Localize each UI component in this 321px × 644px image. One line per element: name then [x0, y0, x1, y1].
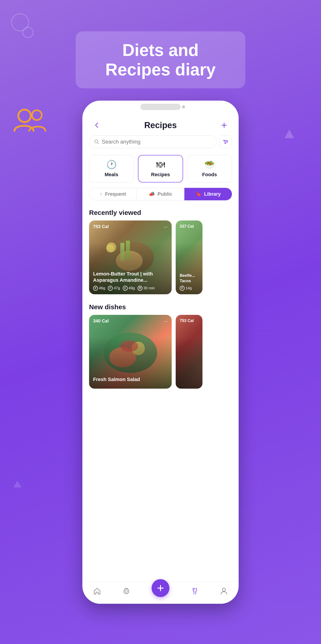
salad-calories: 340 Cal [93, 318, 109, 324]
trout-stat-fat: F 47g [108, 286, 120, 291]
recipe-card-bowl[interactable]: 753 Cal [176, 315, 202, 389]
pill-public[interactable]: 📣 Public [137, 188, 184, 200]
fork-icon [190, 587, 199, 596]
meals-icon: 🕐 [106, 160, 117, 170]
filter-button[interactable] [219, 136, 232, 148]
new-dishes-header: New dishes [82, 301, 239, 315]
meals-label: Meals [105, 172, 118, 178]
trout-stat-time: ⏱ 30 min [138, 286, 155, 291]
taco-title: Beefle... Tacos [180, 273, 198, 284]
header-banner: Diets and Recipes diary [76, 31, 245, 88]
users-icon [12, 107, 48, 135]
frequent-icon: ↑ [100, 191, 102, 197]
home-icon [93, 587, 101, 596]
bg-decoration [284, 130, 294, 138]
taco-info: Beefle... Tacos P 14g [180, 273, 198, 291]
nav-food[interactable] [122, 587, 131, 596]
nav-home[interactable] [93, 587, 101, 596]
search-icon [94, 139, 100, 145]
banner-title: Diets and Recipes diary [94, 40, 227, 80]
public-icon: 📣 [149, 191, 155, 197]
svg-point-3 [223, 140, 225, 141]
svg-point-5 [225, 143, 226, 144]
trout-title: Lemon-Butter Trout | with Asparagus Aman… [93, 271, 168, 284]
recipes-label: Recipes [151, 172, 170, 178]
salad-info: Fresh Salmon Salad [93, 376, 168, 385]
public-label: Public [158, 191, 172, 197]
trout-info: Lemon-Butter Trout | with Asparagus Aman… [93, 271, 168, 291]
svg-point-0 [18, 110, 31, 122]
phone-camera [182, 105, 185, 108]
trout-stat-protein: P 46g [93, 286, 105, 291]
phone-mockup: Recipes [82, 100, 239, 604]
search-bar [89, 135, 232, 148]
page-title: Recipes [144, 120, 177, 130]
phone-notch [141, 104, 180, 110]
salad-menu[interactable]: ··· [164, 318, 168, 324]
person-icon [220, 587, 228, 596]
phone-content: Recipes [82, 113, 239, 582]
nav-profile[interactable] [220, 587, 228, 596]
search-input[interactable] [102, 139, 212, 145]
foods-icon: 🥗 [204, 160, 215, 170]
library-label: Library [204, 191, 221, 197]
recipe-card-taco[interactable]: 337 Cal Beefle... Tacos P 14g [176, 220, 202, 294]
bottom-nav [82, 582, 239, 604]
foods-label: Foods [202, 172, 217, 178]
add-button[interactable] [219, 120, 230, 131]
svg-point-18 [222, 588, 225, 591]
svg-point-16 [124, 589, 129, 594]
svg-point-17 [125, 590, 128, 592]
food-icon [122, 587, 131, 596]
svg-point-1 [32, 110, 42, 120]
tab-foods[interactable]: 🥗 Foods [187, 155, 232, 182]
salad-title: Fresh Salmon Salad [93, 376, 168, 383]
card-overlay-bowl [176, 315, 202, 389]
taco-calories: 337 Cal [180, 224, 194, 229]
svg-point-4 [227, 141, 228, 142]
bowl-calories: 753 Cal [180, 318, 194, 323]
trout-stats: P 46g F 47g C 49g ⏱ 30 m [93, 286, 168, 291]
trout-stat-carbs: C 49g [123, 286, 135, 291]
pill-frequent[interactable]: ↑ Frequent [89, 188, 137, 200]
bg-decoration [22, 27, 33, 38]
app-header: Recipes [82, 113, 239, 135]
category-tabs: 🕐 Meals 🍽 Recipes 🥗 Foods [82, 153, 239, 188]
nav-add-fab[interactable] [152, 579, 169, 597]
back-button[interactable] [91, 120, 102, 131]
tab-meals[interactable]: 🕐 Meals [89, 155, 134, 182]
tab-recipes[interactable]: 🍽 Recipes [138, 155, 183, 182]
recipes-icon: 🍽 [156, 160, 165, 170]
filter-pills: ↑ Frequent 📣 Public 🔖 Library [82, 188, 239, 206]
nav-recipes-active[interactable] [190, 587, 199, 596]
recently-viewed-cards: 753 Cal ··· Lemon-Butter Trout | with As… [82, 220, 239, 301]
filter-icon [223, 139, 229, 145]
taco-stat-protein: P 14g [180, 286, 192, 291]
recipe-card-trout[interactable]: 753 Cal ··· Lemon-Butter Trout | with As… [89, 220, 172, 294]
search-input-wrap[interactable] [89, 135, 217, 148]
taco-stats: P 14g [180, 286, 198, 291]
recipe-card-salad[interactable]: 340 Cal ··· Fresh Salmon Salad [89, 315, 172, 389]
new-dishes-cards: 340 Cal ··· Fresh Salmon Salad 753 Cal [82, 315, 239, 395]
bg-decoration [13, 481, 21, 488]
trout-calories: 753 Cal [93, 224, 109, 229]
plus-icon [156, 584, 165, 592]
frequent-label: Frequent [105, 191, 126, 197]
trout-menu[interactable]: ··· [164, 224, 168, 230]
phone-notch-bar [82, 100, 239, 113]
pill-library[interactable]: 🔖 Library [184, 188, 232, 200]
recently-viewed-header: Recently viewed [82, 206, 239, 220]
library-icon: 🔖 [195, 191, 201, 197]
